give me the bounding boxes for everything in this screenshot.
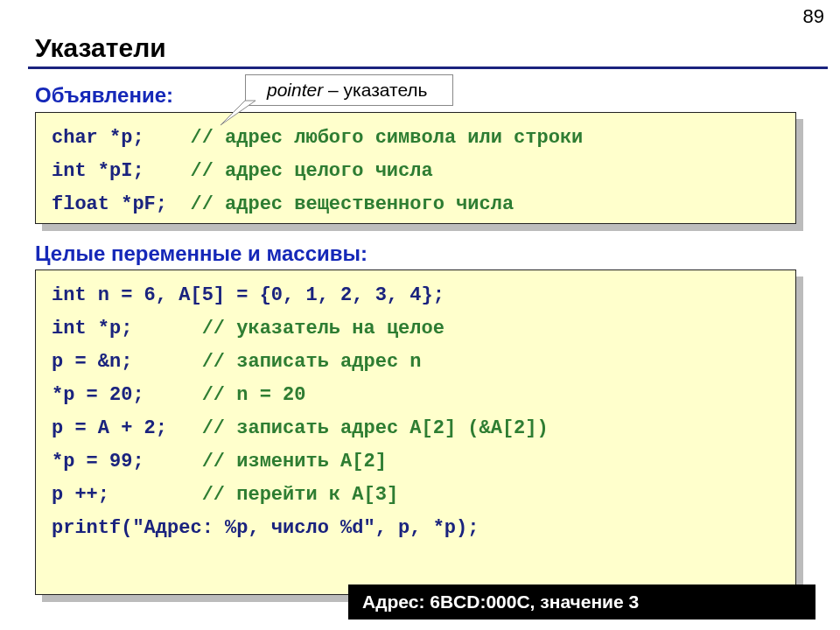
section-declaration: Объявление: — [35, 83, 173, 108]
code-comment: // адрес вещественного числа — [190, 193, 514, 215]
code-line: *p = 99; // изменить A[2] — [52, 445, 780, 479]
code-comment: // записать адрес A[2] (&A[2]) — [202, 417, 549, 439]
code-text: int *pI; — [52, 160, 190, 182]
code-comment: // адрес любого символа или строки — [190, 127, 583, 149]
code-line: int *pI; // адрес целого числа — [52, 155, 780, 188]
code-text: *p = 99; — [52, 451, 202, 472]
code-text: printf("Адрес: %p, число %d", p, *p); — [52, 517, 479, 539]
code-text: p = A + 2; — [52, 417, 202, 439]
code-line: int n = 6, A[5] = {0, 1, 2, 3, 4}; — [52, 279, 780, 312]
page-number: 89 — [803, 5, 824, 28]
code-line: char *p; // адрес любого символа или стр… — [52, 122, 780, 155]
code-text: int n = 6, A[5] = {0, 1, 2, 3, 4}; — [52, 284, 444, 306]
title-rule — [28, 66, 828, 69]
code-text: char *p; — [52, 127, 190, 149]
code-text: int *p; — [52, 318, 202, 340]
callout-italic: pointer — [267, 80, 323, 100]
page-title: Указатели — [35, 33, 166, 63]
code-comment: // адрес целого числа — [190, 160, 432, 182]
code-line: int *p; // указатель на целое — [52, 312, 780, 346]
code-comment: // перейти к A[3] — [202, 484, 398, 506]
code-line: p = &n; // записать адрес n — [52, 346, 780, 379]
code-line: printf("Адрес: %p, число %d", p, *p); — [52, 512, 780, 545]
code-line: p = A + 2; // записать адрес A[2] (&A[2]… — [52, 412, 780, 445]
section-integers: Целые переменные и массивы: — [35, 242, 368, 266]
svg-marker-0 — [220, 101, 256, 125]
codebox-integers: int n = 6, A[5] = {0, 1, 2, 3, 4}; int *… — [35, 270, 796, 595]
code-line: float *pF; // адрес вещественного числа — [52, 188, 780, 221]
code-comment: // указатель на целое — [202, 318, 444, 340]
code-line: p ++; // перейти к A[3] — [52, 479, 780, 512]
code-comment: // записать адрес n — [202, 351, 422, 373]
code-text: *p = 20; — [52, 384, 202, 406]
code-text: float *pF; — [52, 193, 190, 215]
output-box: Адрес: 6BCD:000C, значение 3 — [348, 584, 816, 620]
callout-box: pointer – указатель — [245, 74, 453, 106]
code-line: *p = 20; // n = 20 — [52, 379, 780, 412]
code-text: p ++; — [52, 484, 202, 506]
code-text: p = &n; — [52, 351, 202, 373]
callout-rest: – указатель — [323, 80, 427, 100]
output-text: Адрес: 6BCD:000C, значение 3 — [362, 592, 639, 612]
code-comment: // изменить A[2] — [202, 451, 387, 472]
codebox-declaration: char *p; // адрес любого символа или стр… — [35, 112, 796, 224]
code-comment: // n = 20 — [202, 384, 306, 406]
